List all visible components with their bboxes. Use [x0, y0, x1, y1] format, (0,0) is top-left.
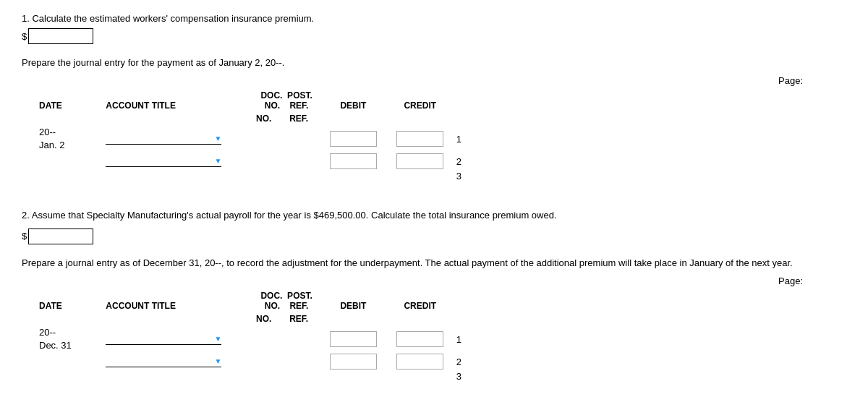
header-account-2: ACCOUNT TITLE	[103, 289, 253, 312]
chevron-down-icon[interactable]: ▼	[214, 357, 221, 365]
credit-cell-1-1[interactable]	[387, 125, 454, 153]
account-dropdown-1-1[interactable]	[106, 133, 213, 144]
chevron-down-icon[interactable]: ▼	[214, 335, 221, 343]
row-num-2-1: 1	[454, 325, 470, 353]
chevron-down-icon[interactable]: ▼	[214, 157, 221, 165]
header-credit-2: CREDIT	[387, 289, 454, 312]
account-cell-1-3	[103, 170, 253, 182]
debit-input-2-2[interactable]	[330, 354, 377, 370]
account-cell-2-3	[103, 370, 253, 383]
debit-cell-2-1[interactable]	[320, 325, 386, 353]
credit-cell-2-1[interactable]	[387, 325, 454, 353]
account-dropdown-1-2[interactable]	[106, 155, 213, 166]
docno-cell-1-1	[253, 125, 286, 153]
chevron-down-icon[interactable]: ▼	[214, 134, 221, 142]
date-cell-2-2	[36, 353, 103, 370]
header-docno-1: NO.	[253, 112, 286, 125]
dollar-sign-2: $	[22, 231, 27, 242]
postref-cell-1-2	[286, 153, 320, 170]
row-num-2-2: 2	[454, 353, 470, 370]
problem1-instruction: 1. Calculate the estimated workers' comp…	[22, 13, 846, 24]
docno-cell-2-2	[253, 353, 286, 370]
postref-cell-2-2	[286, 353, 320, 370]
table-row: ▼ 2	[36, 153, 470, 170]
header-postref-2: REF.	[286, 312, 320, 325]
account-cell-1-2[interactable]: ▼	[103, 153, 253, 170]
debit-cell-1-1[interactable]	[320, 125, 386, 153]
date-cell-2-1: 20-- Dec. 31	[36, 325, 103, 353]
credit-input-2-2[interactable]	[396, 354, 443, 370]
table-row: 3	[36, 370, 470, 383]
table-row: 20-- Dec. 31 ▼	[36, 325, 470, 353]
header-date-2: DATE	[36, 289, 103, 312]
account-cell-1-1[interactable]: ▼	[103, 125, 253, 153]
header-docpost-1: DOC. POST.NO. REF.	[253, 89, 320, 112]
date-cell-1-1: 20-- Jan. 2	[36, 125, 103, 153]
row-num-2-3: 3	[454, 370, 470, 383]
header-debit-1: DEBIT	[320, 89, 386, 112]
credit-cell-1-2[interactable]	[387, 153, 454, 170]
header-postref-1: REF.	[286, 112, 320, 125]
debit-cell-2-2[interactable]	[320, 353, 386, 370]
credit-cell-2-2[interactable]	[387, 353, 454, 370]
premium-input-1[interactable]	[28, 28, 93, 44]
header-docpost-2: DOC. POST.NO. REF.	[253, 289, 320, 312]
account-dropdown-2-1[interactable]	[106, 333, 213, 344]
page-label-1: Page:	[36, 75, 846, 86]
debit-cell-1-2[interactable]	[320, 153, 386, 170]
table-row: 3	[36, 170, 470, 182]
problem2-instruction: 2. Assume that Specialty Manufacturing's…	[22, 208, 846, 223]
header-debit-2: DEBIT	[320, 289, 386, 312]
credit-input-1-1[interactable]	[396, 131, 443, 147]
table-row: 20-- Jan. 2 ▼	[36, 125, 470, 153]
postref-cell-1-1	[286, 125, 320, 153]
row-num-1-3: 3	[454, 170, 470, 182]
postref-cell-2-1	[286, 325, 320, 353]
page-label-2: Page:	[36, 276, 846, 286]
header-account-1: ACCOUNT TITLE	[103, 89, 253, 112]
account-cell-2-1[interactable]: ▼	[103, 325, 253, 353]
prepare-text-2: Prepare a journal entry as of December 3…	[22, 257, 846, 268]
header-docno-2: NO.	[253, 312, 286, 325]
prepare-text-1: Prepare the journal entry for the paymen…	[22, 57, 846, 68]
row-num-1-2: 2	[454, 153, 470, 170]
debit-input-2-1[interactable]	[330, 331, 377, 347]
header-date-1: DATE	[36, 89, 103, 112]
debit-input-1-2[interactable]	[330, 153, 377, 169]
debit-input-1-1[interactable]	[330, 131, 377, 147]
date-cell-1-2	[36, 153, 103, 170]
dollar-sign-1: $	[22, 31, 27, 42]
premium-input-2[interactable]	[28, 229, 93, 244]
row-num-1-1: 1	[454, 125, 470, 153]
table-row: ▼ 2	[36, 353, 470, 370]
date-cell-2-3	[36, 370, 103, 383]
docno-cell-1-2	[253, 153, 286, 170]
account-cell-2-2[interactable]: ▼	[103, 353, 253, 370]
credit-input-1-2[interactable]	[396, 153, 443, 169]
credit-input-2-1[interactable]	[396, 331, 443, 347]
docno-cell-2-1	[253, 325, 286, 353]
account-dropdown-2-2[interactable]	[106, 356, 213, 367]
date-cell-1-3	[36, 170, 103, 182]
header-credit-1: CREDIT	[387, 89, 454, 112]
